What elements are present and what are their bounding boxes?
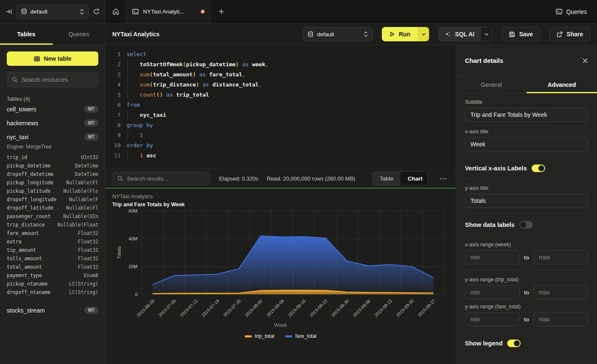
legend-label: trip_total (255, 333, 274, 339)
x-tick-label: 2015-09-06 (352, 298, 372, 318)
sql-ai-caret[interactable] (480, 27, 492, 41)
code-line: nyc_taxi (121, 110, 456, 120)
y-tick-label: 20M (129, 264, 138, 269)
sidebar-search-input[interactable] (22, 76, 93, 83)
editor-line: 6from (105, 100, 456, 110)
database-icon (21, 8, 27, 15)
sql-ai-button[interactable]: SQL AI (438, 27, 492, 41)
panel-body: Subtitle x-axis title Vertical x-axis La… (456, 93, 597, 348)
run-database-selector[interactable]: default (303, 27, 373, 41)
show-legend-label: Show legend (465, 340, 502, 347)
save-button[interactable]: Save (502, 27, 540, 41)
view-toggle-table-label: Table (380, 175, 393, 182)
new-tab-button[interactable] (211, 0, 231, 23)
share-button[interactable]: Share (549, 27, 590, 41)
column-type: Nullable(Flo (63, 187, 98, 195)
y-range-trip-min-input[interactable] (465, 285, 520, 299)
x-tick-label: 2015-09-20 (395, 298, 415, 318)
table-row-hackernews[interactable]: hackernewsMT (7, 116, 98, 130)
view-toggle-chart[interactable]: Chart (400, 172, 428, 185)
column-row: dropoff_datetimeDateTime (7, 170, 98, 178)
x-range-max-input[interactable] (533, 250, 588, 264)
subtitle-input[interactable] (465, 108, 588, 122)
divider (465, 214, 588, 214)
divider (465, 157, 588, 158)
column-row: passenger_countNullable(UIn (7, 212, 98, 221)
sidebar-search[interactable] (7, 72, 98, 87)
y-range-trip-max-input[interactable] (533, 285, 588, 299)
collapse-sidebar-icon[interactable] (5, 8, 12, 15)
more-options-button[interactable]: ··· (436, 175, 451, 182)
table-row-nyc_taxi[interactable]: nyc_taxiMT (7, 130, 98, 144)
column-name: passenger_count (7, 212, 51, 221)
x-tick-label: 2015-07-05 (157, 298, 177, 318)
x-range-min-input[interactable] (465, 250, 520, 264)
sidebar-tab-tables[interactable]: Tables (0, 24, 53, 45)
line-number: 2 (105, 59, 121, 70)
editor-line: 9 1 (105, 130, 456, 140)
sql-ai-button-main[interactable]: SQL AI (439, 27, 480, 41)
home-button[interactable] (105, 0, 126, 23)
column-row: total_amountFloat32 (7, 263, 98, 271)
column-type: UInt32 (81, 153, 98, 162)
view-toggle: Table Chart (372, 171, 428, 186)
y-range-fare-max-input[interactable] (533, 312, 588, 326)
play-icon (389, 31, 395, 37)
x-tick-label: 2015-08-30 (330, 298, 350, 318)
column-type: Float32 (78, 237, 98, 246)
database-selector[interactable]: default (16, 5, 89, 19)
column-type: Float32 (78, 254, 98, 263)
run-button-main[interactable]: Run (382, 27, 418, 41)
run-options-caret[interactable] (418, 27, 429, 41)
data-labels-toggle[interactable] (519, 221, 533, 229)
show-legend-toggle[interactable] (507, 340, 521, 347)
x-tick-label: 2015-08-23 (308, 298, 328, 318)
x-tick-label: 2015-07-12 (179, 298, 199, 318)
table-name: stocks_stream (7, 307, 45, 314)
close-icon[interactable] (582, 58, 588, 64)
new-table-button[interactable]: New table (7, 51, 98, 66)
code-line: group by (121, 120, 456, 130)
x-range-field-label: x-axis range (week) (465, 242, 588, 248)
queries-button[interactable]: Queries (546, 0, 597, 23)
line-number: 6 (105, 100, 121, 110)
table-row-stocks_stream[interactable]: stocks_streamMT (7, 303, 98, 317)
y-range-fare-min-input[interactable] (465, 312, 520, 326)
sql-editor[interactable]: 1select2 toStartOfWeek(pickup_datetime) … (105, 45, 456, 169)
editor-line: 4 sum(trip_distance) as distance_total, (105, 80, 456, 90)
y-range-fare-field-label: y-axis range (fare_total) (465, 304, 588, 310)
app-window: default NYTaxi Analyti... Queries Table (0, 0, 597, 364)
table-row-cell_towers[interactable]: cell_towersMT (7, 102, 98, 116)
panel-tab-advanced[interactable]: Advanced (527, 76, 597, 93)
column-row: dropoff_longitudeNullable(F (7, 195, 98, 204)
view-toggle-table[interactable]: Table (373, 172, 400, 185)
refresh-icon[interactable] (93, 8, 100, 15)
run-button[interactable]: Run (382, 27, 429, 41)
main-area: 1select2 toStartOfWeek(pickup_datetime) … (105, 45, 456, 364)
column-name: fare_amount (7, 229, 39, 237)
code-line: order by (121, 140, 456, 151)
column-name: total_amount (7, 263, 42, 271)
x-axis-title-input[interactable] (465, 137, 588, 151)
legend-item-trip_total[interactable]: trip_total (245, 333, 274, 339)
results-search-input[interactable] (127, 175, 205, 182)
panel-tabs: General Advanced (456, 76, 597, 93)
line-number: 1 (105, 49, 121, 59)
code-line: toStartOfWeek(pickup_datetime) as week, (121, 59, 456, 70)
legend-item-fare_total[interactable]: fare_total (285, 333, 316, 339)
panel-tab-general[interactable]: General (456, 76, 527, 93)
home-icon (112, 8, 119, 15)
query-tab[interactable]: NYTaxi Analyti... (126, 0, 211, 23)
line-number: 8 (105, 120, 121, 130)
divider (465, 332, 588, 333)
vertical-labels-toggle[interactable] (532, 164, 545, 172)
area-chart[interactable]: 020M40M60MTotals2015-06-282015-07-052015… (105, 208, 456, 322)
x-tick-label: 2015-08-09 (265, 298, 285, 318)
sidebar-tab-queries[interactable]: Queries (53, 24, 105, 45)
results-search[interactable] (112, 172, 211, 185)
toolbar-actions: default Run SQL AI (303, 27, 590, 41)
column-name: trip_id (7, 153, 27, 162)
y-axis-title-input[interactable] (465, 194, 588, 208)
engine-badge: MT (84, 133, 98, 140)
queries-icon (556, 8, 562, 15)
